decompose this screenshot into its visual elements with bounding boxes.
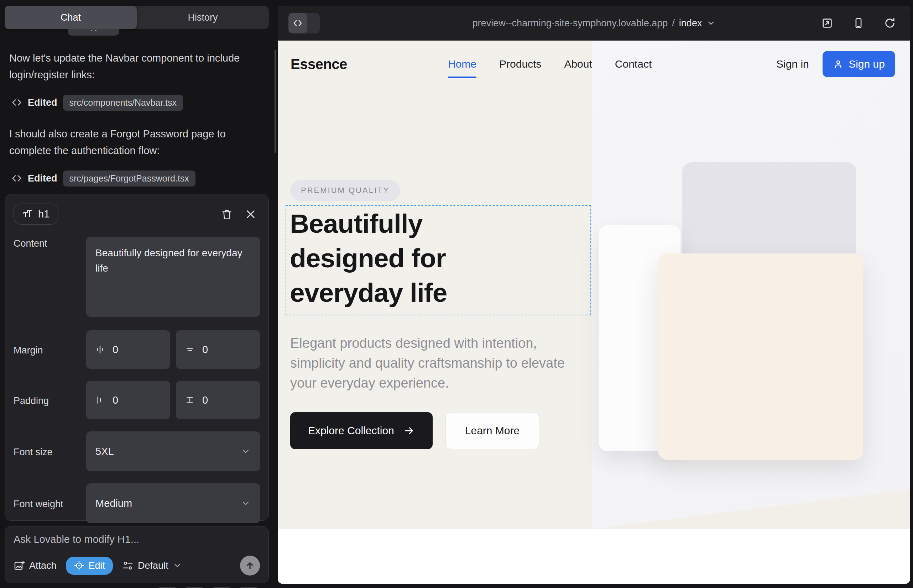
font-weight-select[interactable]: Medium bbox=[86, 483, 260, 523]
chevron-down-icon bbox=[173, 561, 182, 570]
default-label: Default bbox=[138, 560, 168, 571]
premium-quality-badge: PREMIUM QUALITY bbox=[290, 180, 400, 201]
learn-more-button[interactable]: Learn More bbox=[445, 412, 539, 449]
chevron-down-icon bbox=[241, 498, 251, 508]
padding-y-icon bbox=[185, 395, 195, 405]
preview-window: preview--charming-site-symphony.lovable.… bbox=[278, 6, 910, 584]
margin-x-input[interactable]: 0 bbox=[86, 330, 170, 369]
margin-x-icon bbox=[95, 344, 105, 355]
hero-headline[interactable]: Beautifully designed for everyday life bbox=[290, 207, 521, 310]
content-input[interactable]: Beautifully designed for everyday life bbox=[86, 237, 260, 317]
model-default-button[interactable]: Default bbox=[122, 560, 182, 571]
assistant-message: Now let's update the Navbar component to… bbox=[9, 50, 265, 83]
code-icon bbox=[11, 97, 22, 108]
tab-history[interactable]: History bbox=[137, 6, 269, 29]
explore-collection-label: Explore Collection bbox=[308, 425, 394, 437]
font-size-value: 5XL bbox=[96, 446, 114, 457]
chat-history-tabs: Chat History bbox=[5, 6, 269, 29]
chevron-down-icon bbox=[241, 446, 251, 456]
app-window: Chat History Now let's update the Navbar… bbox=[0, 0, 913, 588]
code-view-toggle[interactable] bbox=[288, 13, 320, 34]
edited-file-chip[interactable]: src/components/Navbar.tsx bbox=[63, 95, 183, 111]
chat-input-card: Attach Edit Default bbox=[5, 526, 269, 583]
chat-messages: Now let's update the Navbar component to… bbox=[9, 50, 265, 202]
element-editor-panel: h1 Content Beautifully designed for ever… bbox=[5, 194, 269, 521]
mobile-view-button[interactable] bbox=[849, 13, 868, 33]
refresh-button[interactable] bbox=[880, 13, 900, 33]
next-section bbox=[278, 529, 910, 584]
url-path: index bbox=[679, 18, 702, 29]
attach-label: Attach bbox=[29, 560, 57, 571]
user-icon bbox=[833, 59, 843, 69]
target-icon bbox=[74, 560, 84, 571]
delete-element-button[interactable] bbox=[217, 205, 236, 224]
code-icon bbox=[288, 13, 307, 34]
assistant-message: I should also create a Forgot Password p… bbox=[9, 126, 265, 159]
chat-input[interactable] bbox=[13, 533, 260, 545]
padding-x-input[interactable]: 0 bbox=[86, 381, 170, 419]
chevron-down-icon bbox=[706, 18, 716, 28]
chat-scrollbar[interactable] bbox=[275, 50, 276, 153]
lovable-sidebar: Chat History Now let's update the Navbar… bbox=[0, 0, 277, 588]
site-page: Essence Home Products About Contact Sign… bbox=[278, 40, 910, 584]
edited-label: Edited bbox=[28, 97, 57, 108]
h1-selection-outline[interactable]: Beautifully designed for everyday life bbox=[286, 205, 591, 315]
selected-element-chip[interactable]: h1 bbox=[13, 204, 58, 225]
margin-label: Margin bbox=[13, 344, 86, 356]
padding-label: Padding bbox=[13, 394, 86, 407]
padding-x-icon bbox=[95, 395, 105, 405]
nav-contact[interactable]: Contact bbox=[615, 58, 652, 70]
font-weight-value: Medium bbox=[96, 498, 132, 509]
sign-up-button[interactable]: Sign up bbox=[822, 51, 895, 77]
margin-y-input[interactable]: 0 bbox=[176, 330, 260, 369]
padding-y-input[interactable]: 0 bbox=[176, 381, 260, 419]
typography-icon bbox=[23, 209, 33, 220]
font-size-select[interactable]: 5XL bbox=[86, 431, 260, 471]
padding-x-value: 0 bbox=[113, 394, 118, 406]
edit-label: Edit bbox=[89, 560, 105, 571]
edited-label: Edited bbox=[28, 173, 57, 184]
edit-mode-button[interactable]: Edit bbox=[66, 557, 113, 575]
hero-description: Elegant products designed with intention… bbox=[290, 333, 575, 393]
content-label: Content bbox=[13, 237, 86, 249]
attach-image-icon bbox=[13, 560, 25, 571]
url-domain: preview--charming-site-symphony.lovable.… bbox=[473, 18, 668, 29]
margin-y-value: 0 bbox=[202, 344, 208, 355]
site-navbar: Essence Home Products About Contact Sign… bbox=[278, 40, 910, 87]
explore-collection-button[interactable]: Explore Collection bbox=[290, 412, 433, 449]
font-size-label: Font size bbox=[13, 445, 86, 458]
padding-y-value: 0 bbox=[202, 394, 208, 406]
tab-chat[interactable]: Chat bbox=[5, 6, 137, 29]
margin-x-value: 0 bbox=[113, 344, 118, 355]
font-weight-label: Font weight bbox=[13, 497, 86, 510]
edited-file-row: Edited src/components/Navbar.tsx bbox=[11, 95, 265, 111]
preview-toolbar: preview--charming-site-symphony.lovable.… bbox=[278, 6, 910, 40]
url-bar[interactable]: preview--charming-site-symphony.lovable.… bbox=[473, 18, 716, 29]
sign-up-label: Sign up bbox=[848, 58, 885, 70]
nav-home[interactable]: Home bbox=[448, 58, 476, 70]
sliders-icon bbox=[122, 560, 134, 571]
decor-card-cream bbox=[658, 254, 863, 460]
close-editor-button[interactable] bbox=[241, 205, 260, 223]
scrolled-chip bbox=[68, 29, 119, 36]
url-separator: / bbox=[672, 18, 675, 29]
arrow-right-icon bbox=[403, 425, 415, 436]
code-icon bbox=[11, 173, 22, 184]
sign-in-link[interactable]: Sign in bbox=[776, 58, 809, 70]
nav-about[interactable]: About bbox=[564, 58, 592, 70]
nav-products[interactable]: Products bbox=[499, 58, 541, 70]
attach-button[interactable]: Attach bbox=[13, 560, 57, 571]
edited-file-chip[interactable]: src/pages/ForgotPassword.tsx bbox=[63, 171, 196, 186]
send-button[interactable] bbox=[240, 556, 260, 575]
site-logo[interactable]: Essence bbox=[291, 56, 347, 72]
open-external-button[interactable] bbox=[817, 13, 837, 33]
edited-file-row: Edited src/pages/ForgotPassword.tsx bbox=[11, 171, 265, 186]
margin-y-icon bbox=[185, 344, 195, 355]
selected-tag-label: h1 bbox=[38, 208, 50, 220]
